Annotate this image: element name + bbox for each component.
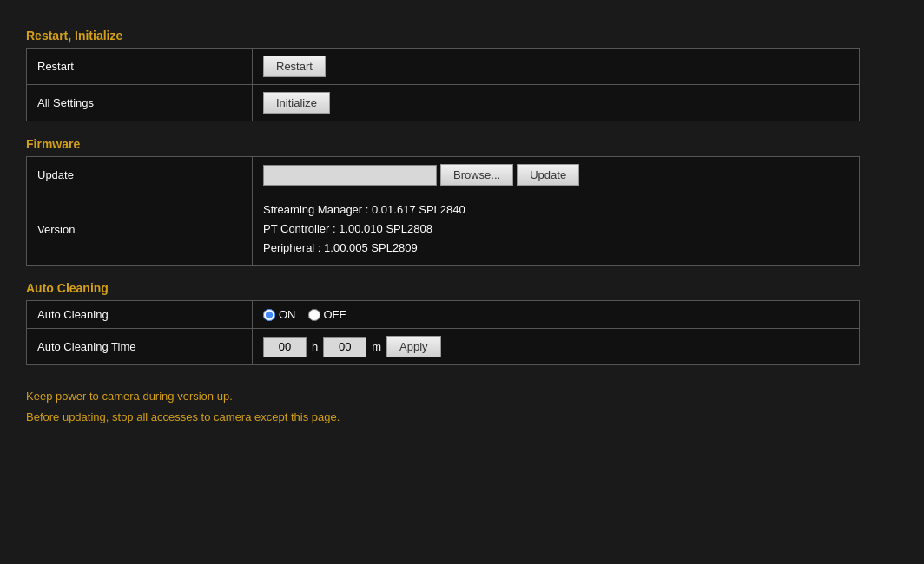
off-radio[interactable] (308, 309, 320, 321)
auto-cleaning-time-cell: h m Apply (253, 329, 860, 365)
on-radio[interactable] (263, 309, 275, 321)
auto-cleaning-table: Auto Cleaning ON OFF Auto Cleaning Time (26, 300, 860, 365)
auto-cleaning-section-title: Auto Cleaning (26, 281, 898, 295)
firmware-section: Firmware Update Browse... Update Version… (26, 137, 898, 266)
version-line-2: PT Controller : 1.00.010 SPL2808 (263, 220, 848, 239)
firmware-update-label: Update (27, 157, 253, 193)
hour-input[interactable] (263, 337, 307, 357)
restart-table: Restart Restart All Settings Initialize (26, 48, 860, 121)
file-input-wrapper: Browse... Update (263, 164, 579, 186)
restart-button-cell: Restart (253, 49, 860, 85)
initialize-button[interactable]: Initialize (263, 92, 330, 114)
version-line-3: Peripheral : 1.00.005 SPL2809 (263, 239, 848, 258)
on-radio-label[interactable]: ON (263, 308, 296, 321)
note-line-1: Keep power to camera during version up. (26, 386, 898, 406)
initialize-label: All Settings (27, 85, 253, 121)
firmware-version-row: Version Streaming Manager : 0.01.617 SPL… (27, 193, 860, 266)
initialize-row: All Settings Initialize (27, 85, 860, 121)
restart-row: Restart Restart (27, 49, 860, 85)
firmware-version-label: Version (27, 193, 253, 266)
version-line-1: Streaming Manager : 0.01.617 SPL2840 (263, 200, 848, 220)
restart-section-title: Restart, Initialize (26, 29, 898, 43)
firmware-update-cell: Browse... Update (253, 157, 860, 193)
auto-cleaning-toggle-cell: ON OFF (253, 301, 860, 329)
firmware-table: Update Browse... Update Version Streamin… (26, 156, 860, 266)
auto-cleaning-time-row: Auto Cleaning Time h m Apply (27, 329, 860, 365)
off-radio-text: OFF (324, 308, 346, 321)
firmware-section-title: Firmware (26, 137, 898, 151)
auto-cleaning-toggle-label: Auto Cleaning (27, 301, 253, 329)
hour-unit: h (312, 340, 318, 353)
restart-section: Restart, Initialize Restart Restart All … (26, 29, 898, 121)
note-line-2: Before updating, stop all accesses to ca… (26, 407, 898, 427)
auto-cleaning-radio-group: ON OFF (263, 308, 848, 321)
initialize-button-cell: Initialize (253, 85, 860, 121)
auto-cleaning-time-label: Auto Cleaning Time (27, 329, 253, 365)
update-button[interactable]: Update (517, 164, 579, 186)
firmware-update-row: Update Browse... Update (27, 157, 860, 193)
restart-label: Restart (27, 49, 253, 85)
auto-cleaning-toggle-row: Auto Cleaning ON OFF (27, 301, 860, 329)
apply-button[interactable]: Apply (386, 336, 441, 357)
browse-button[interactable]: Browse... (440, 164, 513, 186)
firmware-file-input[interactable] (263, 165, 437, 186)
time-row: h m Apply (263, 336, 848, 357)
minute-unit: m (372, 340, 381, 353)
minute-input[interactable] (323, 337, 366, 357)
notes-section: Keep power to camera during version up. … (26, 386, 898, 427)
off-radio-label[interactable]: OFF (308, 308, 346, 321)
restart-button[interactable]: Restart (263, 56, 326, 77)
auto-cleaning-section: Auto Cleaning Auto Cleaning ON OFF Auto … (26, 281, 898, 365)
on-radio-text: ON (279, 308, 296, 321)
firmware-version-cell: Streaming Manager : 0.01.617 SPL2840 PT … (253, 193, 860, 266)
